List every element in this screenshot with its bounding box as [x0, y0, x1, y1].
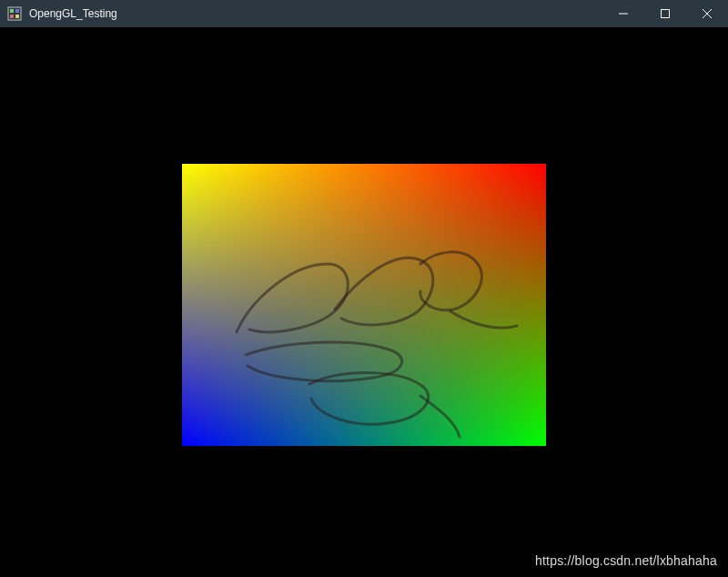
app-icon — [7, 6, 22, 21]
opengl-viewport — [182, 164, 546, 446]
svg-rect-6 — [662, 10, 670, 18]
minimize-button[interactable] — [602, 0, 644, 27]
svg-rect-3 — [10, 15, 14, 18]
svg-rect-2 — [15, 9, 19, 13]
maximize-button[interactable] — [644, 0, 686, 27]
svg-rect-4 — [15, 15, 19, 18]
svg-rect-11 — [182, 164, 546, 446]
window-titlebar: OpengGL_Testing — [0, 0, 728, 27]
window-title: OpengGL_Testing — [29, 7, 602, 20]
window-controls — [602, 0, 728, 27]
svg-rect-1 — [10, 9, 14, 13]
client-area: https://blog.csdn.net/lxbhahaha — [0, 27, 728, 577]
watermark-text: https://blog.csdn.net/lxbhahaha — [535, 553, 717, 568]
close-button[interactable] — [686, 0, 728, 27]
